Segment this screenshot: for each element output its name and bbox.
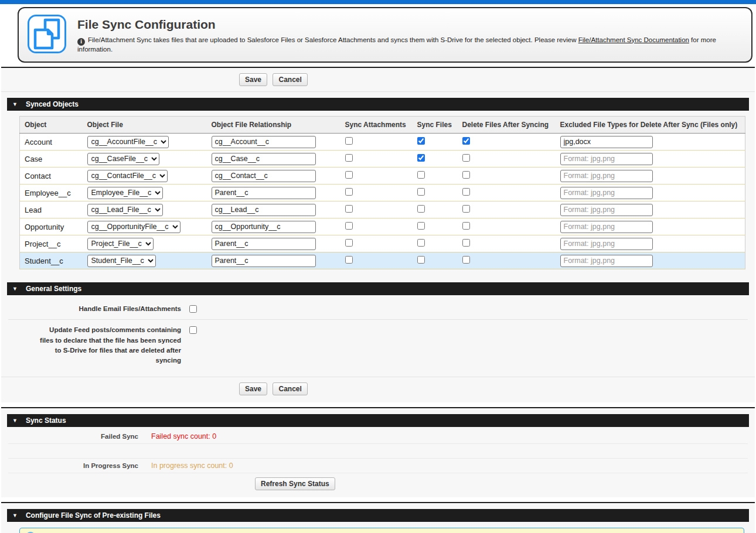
object-file-select[interactable]: cg__ContactFile__c (87, 170, 168, 182)
collapse-triangle-icon[interactable]: ▼ (12, 512, 18, 518)
excluded-file-types-input[interactable] (560, 238, 653, 250)
section-header-preexisting[interactable]: ▼ Configure File Sync of Pre-existing Fi… (7, 509, 749, 522)
page-header: File Sync Configuration iFile/Attachment… (18, 7, 752, 63)
object-name-cell: Opportunity (20, 218, 83, 235)
delete-after-syncing-checkbox[interactable] (462, 171, 470, 179)
object-file-relationship-input[interactable] (212, 204, 316, 216)
section-header-sync-status[interactable]: ▼ Sync Status (7, 414, 749, 427)
delete-after-syncing-checkbox[interactable] (462, 222, 470, 230)
setting-label: Handle Email Files/Attachments (35, 304, 181, 314)
object-name-cell: Contact (20, 168, 83, 184)
synced-object-row: Contactcg__ContactFile__c (20, 168, 745, 184)
object-file-relationship-input[interactable] (212, 170, 316, 182)
object-file-relationship-input[interactable] (212, 153, 316, 165)
update-feed-checkbox[interactable] (189, 326, 197, 334)
object-file-select[interactable]: cg__Lead_File__c (87, 204, 163, 216)
info-icon: i (77, 38, 85, 46)
synced-object-row: Employee__cEmployee_File__c (20, 184, 745, 201)
delete-after-syncing-checkbox[interactable] (462, 239, 470, 247)
sync-files-checkbox[interactable] (417, 188, 425, 196)
collapse-triangle-icon[interactable]: ▼ (12, 286, 18, 292)
excluded-file-types-input[interactable] (560, 221, 653, 233)
sync-files-checkbox[interactable] (417, 256, 425, 264)
preexisting-files-panel: ▼ Configure File Sync of Pre-existing Fi… (1, 502, 755, 533)
info-banner: i If you already attached some files to … (19, 528, 744, 533)
sync-files-checkbox[interactable] (417, 154, 425, 162)
setting-label: Update Feed posts/comments containing fi… (35, 325, 181, 365)
cancel-button[interactable]: Cancel (273, 382, 307, 395)
sync-attachments-checkbox[interactable] (345, 154, 353, 162)
file-sync-pages-icon (27, 14, 67, 56)
object-file-select[interactable]: cg__AccountFile__c (87, 136, 169, 148)
object-file-relationship-input[interactable] (212, 238, 316, 250)
cancel-button[interactable]: Cancel (273, 73, 307, 86)
delete-after-syncing-checkbox[interactable] (462, 188, 470, 196)
object-file-relationship-input[interactable] (212, 255, 316, 267)
sync-files-checkbox[interactable] (417, 222, 425, 230)
object-file-relationship-input[interactable] (212, 221, 316, 233)
spacer-row (8, 444, 748, 459)
delete-after-syncing-checkbox[interactable] (462, 137, 470, 145)
section-title: Sync Status (26, 416, 66, 425)
object-name-cell: Account (20, 134, 83, 151)
in-progress-sync-label: In Progress Sync (8, 462, 138, 469)
excluded-file-types-input[interactable] (560, 187, 653, 199)
sync-attachments-checkbox[interactable] (345, 171, 353, 179)
column-header-sync-files: Sync Files (413, 117, 458, 134)
excluded-file-types-input[interactable] (560, 204, 653, 216)
table-header-row: Object Object File Object File Relations… (20, 117, 745, 134)
top-button-row: Save Cancel (1, 68, 755, 92)
delete-after-syncing-checkbox[interactable] (462, 256, 470, 264)
object-file-select[interactable]: Project_File__c (87, 238, 154, 250)
object-file-select[interactable]: Student_File__c (87, 255, 156, 267)
sync-status-panel: ▼ Sync Status Failed Sync Failed sync co… (1, 407, 755, 497)
synced-objects-body: Accountcg__AccountFile__cCasecg__CaseFil… (20, 134, 745, 269)
delete-after-syncing-checkbox[interactable] (462, 205, 470, 213)
failed-sync-label: Failed Sync (8, 433, 138, 440)
object-file-relationship-input[interactable] (212, 136, 316, 148)
section-header-general-settings[interactable]: ▼ General Settings (7, 282, 749, 295)
sync-files-checkbox[interactable] (417, 137, 425, 145)
object-file-select[interactable]: cg__CaseFile__c (87, 153, 159, 165)
column-header-relationship: Object File Relationship (207, 117, 340, 134)
main-config-panel: Save Cancel ▼ Synced Objects Object Obje… (1, 67, 755, 402)
excluded-file-types-input[interactable] (560, 136, 653, 148)
sync-files-checkbox[interactable] (417, 171, 425, 179)
save-button[interactable]: Save (239, 73, 267, 86)
synced-object-row: Casecg__CaseFile__c (20, 151, 745, 168)
object-name-cell: Lead (20, 201, 83, 218)
object-file-select[interactable]: Employee_File__c (87, 187, 163, 199)
collapse-triangle-icon[interactable]: ▼ (12, 101, 18, 107)
refresh-sync-status-button[interactable]: Refresh Sync Status (255, 477, 335, 490)
section-header-synced-objects[interactable]: ▼ Synced Objects (7, 98, 749, 111)
documentation-link[interactable]: File/Attachment Sync Documentation (578, 36, 689, 43)
in-progress-sync-row: In Progress Sync In progress sync count:… (8, 459, 748, 473)
object-file-select[interactable]: cg__OpportunityFile__c (87, 221, 181, 233)
excluded-file-types-input[interactable] (560, 153, 653, 165)
handle-email-checkbox[interactable] (189, 305, 197, 313)
excluded-file-types-input[interactable] (560, 255, 653, 267)
object-name-cell: Employee__c (20, 184, 83, 201)
synced-object-row: Student__cStudent_File__c (20, 252, 745, 269)
save-button[interactable]: Save (239, 382, 267, 395)
setting-row-update-feed: Update Feed posts/comments containing fi… (8, 319, 748, 371)
sync-files-checkbox[interactable] (417, 205, 425, 213)
sync-attachments-checkbox[interactable] (345, 239, 353, 247)
excluded-file-types-input[interactable] (560, 170, 653, 182)
delete-after-syncing-checkbox[interactable] (462, 154, 470, 162)
sync-attachments-checkbox[interactable] (345, 188, 353, 196)
sync-attachments-checkbox[interactable] (345, 256, 353, 264)
column-header-object-file: Object File (83, 117, 207, 134)
synced-object-row: Opportunitycg__OpportunityFile__c (20, 218, 745, 235)
sync-files-checkbox[interactable] (417, 239, 425, 247)
column-header-object: Object (20, 117, 83, 134)
sync-attachments-checkbox[interactable] (345, 137, 353, 145)
collapse-triangle-icon[interactable]: ▼ (12, 418, 18, 423)
page-description: iFile/Attachment Sync takes files that a… (77, 36, 743, 53)
setting-row-handle-email: Handle Email Files/Attachments (8, 299, 748, 319)
sync-attachments-checkbox[interactable] (345, 222, 353, 230)
object-file-relationship-input[interactable] (212, 187, 316, 199)
sync-attachments-checkbox[interactable] (345, 205, 353, 213)
synced-object-row: Project__cProject_File__c (20, 235, 745, 252)
section-title: Synced Objects (26, 100, 79, 108)
